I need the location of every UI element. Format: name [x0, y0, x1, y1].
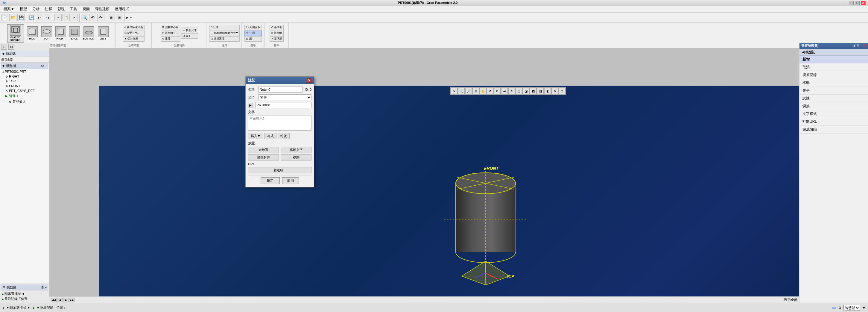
maximize-button[interactable]: □ [855, 1, 860, 5]
mgr-item-cancel[interactable]: 取消 [800, 63, 868, 71]
minimize-button[interactable]: ─ [849, 1, 854, 5]
nav-last-button[interactable]: ▶▶ [69, 297, 74, 303]
view-settings-icon[interactable]: ≡ [45, 286, 47, 289]
right-view-button[interactable]: RIGHT [54, 24, 67, 42]
tool1[interactable]: ✂ [55, 14, 62, 21]
bottom-view-button[interactable]: BOTTOM [82, 24, 96, 42]
mgr-item-restore[interactable]: 復原記錄 [800, 71, 868, 79]
tree-item-insert[interactable]: ⊕ 某些插入 [1, 99, 49, 105]
tree-item-right[interactable]: ⊘ RIGHT [1, 74, 49, 79]
show-plane-btn[interactable]: ▼ 保持狀態 [123, 36, 145, 41]
tree-item-front[interactable]: ⊘ FRONT [1, 84, 49, 88]
status-text-1[interactable]: ● 顯示選擇狀 ▼ [7, 305, 31, 310]
nav-next-button[interactable]: ▶ [63, 297, 68, 303]
mgr-item-openurl[interactable]: 打開URL [800, 118, 868, 126]
owner-select[interactable]: 零件 [258, 94, 311, 100]
insert-btn[interactable]: 插入▼ [248, 133, 263, 139]
owner-icon-btn[interactable]: ▶ [248, 103, 253, 108]
arrow-btn[interactable]: 🔍 [81, 14, 88, 21]
datum-btn1[interactable]: ⊘ 基準面 [270, 25, 284, 30]
top-view-button[interactable]: TOP [40, 24, 53, 42]
undo-button[interactable]: ↩ [36, 14, 43, 21]
vp-btn-window-zoom[interactable]: ⊞ [472, 88, 479, 94]
vp-btn-render1[interactable]: ◫ [516, 88, 522, 94]
fwd-btn[interactable]: ↷ [97, 14, 104, 21]
status-dropdown-arrow[interactable]: ▼ [862, 306, 866, 310]
tree-item-extrude[interactable]: ▶ 引伸 1 [1, 93, 49, 99]
vp-btn-rotate[interactable]: ↺ [487, 88, 493, 94]
menu-render[interactable]: 彩現 [55, 6, 67, 12]
mgr-item-mirror[interactable]: 鏡平 [800, 87, 868, 95]
vp-btn-select[interactable]: ↖ [451, 88, 458, 94]
annot-btn3[interactable]: ⊕ 注釋 [161, 36, 180, 41]
owner-input[interactable] [255, 102, 311, 108]
nav-first-button[interactable]: ◀◀ [51, 297, 57, 303]
add-plane-btn[interactable]: ⊕ 新增标注平面 [123, 25, 145, 30]
left-view-button[interactable]: LEFT [97, 24, 109, 42]
nav-prev-button[interactable]: ◀ [57, 297, 63, 303]
mgr-item-move[interactable]: 移動 [800, 79, 868, 87]
menu-file[interactable]: 檔案▼ [1, 6, 17, 12]
new-file-button[interactable]: 📄 [1, 14, 8, 21]
vp-btn-render6[interactable]: ⊕ [552, 88, 558, 94]
menu-view[interactable]: 視圖 [80, 6, 92, 12]
menu-apps[interactable]: 應用程式 [113, 6, 132, 12]
tree-item-prt0001[interactable]: □ PRT0001.PRT [1, 69, 49, 74]
format-btn[interactable]: 格式 [265, 133, 276, 139]
mgr-icon-up[interactable]: ⬆ [853, 44, 856, 48]
vp-btn-flip-h[interactable]: ⇄ [501, 88, 508, 94]
view-btn[interactable]: ⊠ [116, 14, 123, 21]
back-view-button[interactable]: BACK [68, 24, 81, 42]
placement-btn-4[interactable]: 移動 [281, 154, 311, 161]
close-button[interactable]: ✕ [861, 1, 866, 5]
vp-btn-zoom-in[interactable]: 🔍 [458, 88, 465, 94]
mgr-item-tryout[interactable]: 試陳 [800, 95, 868, 103]
back-btn[interactable]: ↶ [89, 14, 96, 21]
3d-viewport[interactable]: ↖ 🔍 🔎 ⊞ ✋ ↺ ⟳ ⇄ ⇅ ◫ ◪ ◩ ◨ ◧ ⊕ ⊡ [99, 86, 868, 312]
dialog-cancel-button[interactable]: 取消 [282, 177, 299, 184]
tree-collapse-icon[interactable]: ⊡ [44, 64, 47, 68]
vp-btn-flip-v[interactable]: ⇅ [508, 88, 515, 94]
flat-btn[interactable]: ⊡ 扁平 [181, 33, 198, 39]
mgr-item-textstyle[interactable]: 文字樣式 [800, 110, 868, 118]
vp-btn-render4[interactable]: ◨ [537, 88, 544, 94]
zoom-btn[interactable]: ⊞ [108, 14, 115, 21]
redo-button[interactable]: ↪ [44, 14, 51, 21]
text-input[interactable] [248, 116, 311, 131]
flat-to-screen-button[interactable]: FLAT TO SCREEN [7, 24, 24, 42]
mgr-subtitle-bar[interactable]: ◀ 模型記 [800, 49, 868, 56]
name-input[interactable] [258, 87, 303, 92]
menu-model[interactable]: 模型 [18, 6, 29, 12]
mgr-item-new[interactable]: 新增 [800, 56, 868, 63]
menu-tools[interactable]: 工具 [68, 6, 80, 12]
mgr-item-done[interactable]: 完成/組目 [800, 126, 868, 134]
detail-btn[interactable]: ◻ 细節選项 [209, 36, 240, 41]
dialog-ok-button[interactable]: 確定 [260, 177, 280, 184]
placement-btn-3[interactable]: 修改對件 [248, 154, 279, 161]
menu-annotate[interactable]: 注釋 [42, 6, 55, 12]
vp-btn-spin[interactable]: ⟳ [494, 88, 501, 94]
trash-icon[interactable]: 🗑 [41, 286, 44, 289]
dialog-close-button[interactable]: ✕ [307, 79, 311, 83]
mgr-icon-help[interactable]: ❓ [862, 44, 866, 48]
view-section-header[interactable]: ▼ 視點圖 🗑 ≡ [1, 284, 48, 290]
datum-btn2[interactable]: ⊙ 基準軸 [270, 31, 284, 36]
flat-annot-btn[interactable]: 平 注釋 [244, 31, 262, 36]
menu-analysis[interactable]: 分析 [30, 6, 42, 12]
mgr-item-toggle[interactable]: 切換 [800, 103, 868, 110]
annot-btn2[interactable]: ◻ 基準面中... [161, 31, 180, 36]
save-button[interactable]: 💾 [18, 14, 25, 21]
tree-expand-btn[interactable]: ▼ 顯示碼 [0, 51, 49, 57]
placement-btn-1[interactable]: 未放置 [248, 147, 279, 153]
placement-btn-2[interactable]: 移動文字 [281, 147, 311, 153]
status-icon[interactable]: ⊡ [838, 306, 841, 310]
vp-btn-pan[interactable]: ✋ [479, 88, 486, 94]
tree-icon-2[interactable]: ⊡ [8, 44, 14, 50]
repaint-button[interactable]: 🔄 [28, 14, 35, 21]
url-link-button[interactable]: 超連結... [248, 167, 311, 173]
scale-item-btn[interactable]: ⊞ 縮 [244, 36, 262, 41]
vp-btn-render2[interactable]: ◪ [523, 88, 529, 94]
size-btn[interactable]: □ 只寸 [209, 25, 240, 30]
tree-icon-1[interactable]: □ [1, 44, 7, 50]
ref-dim-btn[interactable]: ↔ 参照尺寸 [181, 28, 198, 33]
